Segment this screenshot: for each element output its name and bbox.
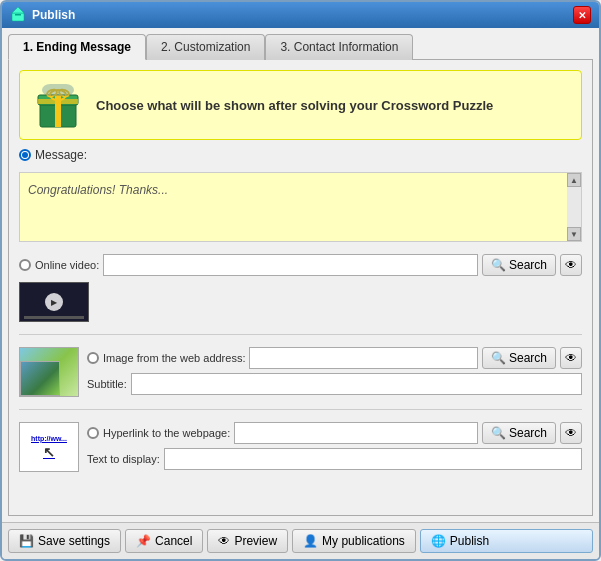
window-content: 1. Ending Message 2. Customization 3. Co… [2, 28, 599, 522]
svg-marker-1 [12, 7, 24, 13]
video-progress-bar [24, 316, 84, 319]
image-web-section: Image from the web address: 🔍 Search 👁 S… [19, 343, 582, 401]
online-video-row: Online video: 🔍 Search 👁 [19, 254, 582, 276]
window-icon [10, 7, 26, 23]
search-icon-link: 🔍 [491, 426, 506, 440]
image-subtitle-label: Subtitle: [87, 378, 127, 390]
window-title: Publish [32, 8, 75, 22]
online-video-input[interactable] [103, 254, 478, 276]
info-banner: Choose what will be shown after solving … [19, 70, 582, 140]
tab-ending-message[interactable]: 1. Ending Message [8, 34, 146, 60]
image-url-input[interactable] [249, 347, 478, 369]
image-search-button[interactable]: 🔍 Search [482, 347, 556, 369]
eye-icon: 👁 [565, 258, 577, 272]
image-radio[interactable] [87, 352, 99, 364]
message-label-row: Message: [19, 148, 582, 162]
image-eye-button[interactable]: 👁 [560, 347, 582, 369]
image-subtitle-row: Subtitle: [87, 373, 582, 395]
my-publications-label: My publications [322, 534, 405, 548]
video-thumbnail: ▶ [19, 282, 89, 322]
svg-rect-10 [42, 84, 74, 96]
eye-icon-link: 👁 [565, 426, 577, 440]
eye-icon-img: 👁 [565, 351, 577, 365]
hyperlink-section: http://ww... ↖ Hyperlink to the webpage:… [19, 418, 582, 476]
save-settings-button[interactable]: 💾 Save settings [8, 529, 121, 553]
publish-button[interactable]: 🌐 Publish [420, 529, 593, 553]
cancel-icon: 📌 [136, 534, 151, 548]
save-label: Save settings [38, 534, 110, 548]
my-publications-button[interactable]: 👤 My publications [292, 529, 416, 553]
cursor-icon: ↖ [43, 444, 55, 460]
tab-content-area: Choose what will be shown after solving … [8, 59, 593, 516]
play-icon: ▶ [45, 293, 63, 311]
online-video-radio[interactable] [19, 259, 31, 271]
divider-1 [19, 334, 582, 335]
preview-icon: 👁 [218, 534, 230, 548]
main-window: Publish ✕ 1. Ending Message 2. Customiza… [0, 0, 601, 561]
message-label: Message: [35, 148, 87, 162]
tabs-bar: 1. Ending Message 2. Customization 3. Co… [8, 34, 593, 60]
image-url-row: Image from the web address: 🔍 Search 👁 [87, 347, 582, 369]
tab-customization[interactable]: 2. Customization [146, 34, 265, 60]
publish-icon: 🌐 [431, 534, 446, 548]
online-video-eye-button[interactable]: 👁 [560, 254, 582, 276]
search-icon: 🔍 [491, 258, 506, 272]
hyperlink-url-input[interactable] [234, 422, 478, 444]
image-subtitle-input[interactable] [131, 373, 582, 395]
close-button[interactable]: ✕ [573, 6, 591, 24]
http-thumbnail: http://ww... ↖ [19, 422, 79, 472]
search-icon-img: 🔍 [491, 351, 506, 365]
image-thumbnail [19, 347, 79, 397]
bottom-toolbar: 💾 Save settings 📌 Cancel 👁 Preview 👤 My … [2, 522, 599, 559]
gift-icon [32, 79, 84, 131]
message-radio[interactable] [19, 149, 31, 161]
image-url-label: Image from the web address: [103, 352, 245, 364]
tab-contact-information[interactable]: 3. Contact Information [265, 34, 413, 60]
hyperlink-url-row: Hyperlink to the webpage: 🔍 Search 👁 [87, 422, 582, 444]
scroll-down-arrow[interactable]: ▼ [567, 227, 581, 241]
http-text: http://ww... [31, 435, 67, 442]
cancel-label: Cancel [155, 534, 192, 548]
hyperlink-radio[interactable] [87, 427, 99, 439]
preview-button[interactable]: 👁 Preview [207, 529, 288, 553]
text-to-display-input[interactable] [164, 448, 582, 470]
publications-icon: 👤 [303, 534, 318, 548]
save-icon: 💾 [19, 534, 34, 548]
scroll-up-arrow[interactable]: ▲ [567, 173, 581, 187]
svg-rect-2 [15, 14, 21, 16]
divider-2 [19, 409, 582, 410]
hyperlink-inputs: Hyperlink to the webpage: 🔍 Search 👁 Tex… [87, 422, 582, 470]
hyperlink-text-row: Text to display: [87, 448, 582, 470]
banner-text: Choose what will be shown after solving … [96, 98, 493, 113]
preview-label: Preview [234, 534, 277, 548]
hyperlink-label: Hyperlink to the webpage: [103, 427, 230, 439]
message-content: Congratulations! Thanks... [28, 183, 168, 197]
online-video-section: Online video: 🔍 Search 👁 ▶ [19, 250, 582, 326]
image-inputs: Image from the web address: 🔍 Search 👁 S… [87, 347, 582, 395]
image-thumbnail-overlay [20, 361, 60, 396]
cancel-button[interactable]: 📌 Cancel [125, 529, 203, 553]
title-bar: Publish ✕ [2, 2, 599, 28]
hyperlink-eye-button[interactable]: 👁 [560, 422, 582, 444]
publish-label: Publish [450, 534, 489, 548]
message-scrollbar[interactable]: ▲ ▼ [567, 173, 581, 241]
online-video-search-button[interactable]: 🔍 Search [482, 254, 556, 276]
online-video-search-label: Search [509, 258, 547, 272]
hyperlink-search-button[interactable]: 🔍 Search [482, 422, 556, 444]
text-to-display-label: Text to display: [87, 453, 160, 465]
online-video-label: Online video: [35, 259, 99, 271]
message-textbox[interactable]: Congratulations! Thanks... ▲ ▼ [19, 172, 582, 242]
